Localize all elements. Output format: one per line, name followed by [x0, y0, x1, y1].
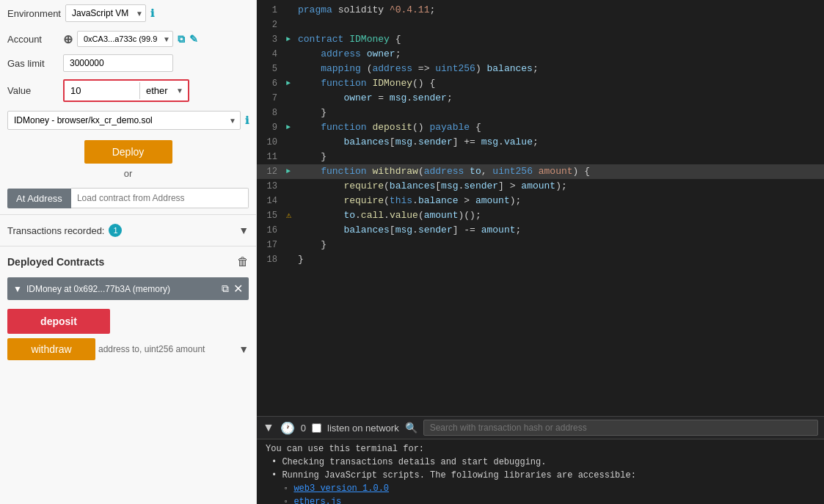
- code-line-11: 11 }: [257, 150, 824, 164]
- value-input[interactable]: [66, 82, 139, 99]
- gas-limit-input[interactable]: [63, 54, 173, 72]
- log-line-1: You can use this terminal for:: [266, 442, 815, 456]
- listen-network-label: listen on network: [327, 423, 399, 434]
- contract-info-icon[interactable]: ℹ: [245, 114, 249, 126]
- add-account-icon[interactable]: ⊕: [63, 32, 73, 46]
- code-editor: 1 pragma solidity ^0.4.11; 2 3 ► contrac…: [257, 0, 824, 416]
- ether-unit-select[interactable]: ether wei gwei finney: [140, 82, 186, 99]
- trash-icon[interactable]: 🗑: [237, 255, 249, 269]
- ethers-link[interactable]: ethers.js: [293, 497, 341, 504]
- listen-network-checkbox[interactable]: [312, 423, 321, 433]
- transactions-row: Transactions recorded: 1 ▼: [0, 218, 256, 243]
- code-line-6: 6 ► function IDMoney() {: [257, 76, 824, 91]
- account-select[interactable]: 0xCA3...a733c (99.9: [77, 31, 173, 47]
- environment-select-container: JavaScript VM Injected Web3 Web3 Provide…: [65, 4, 146, 22]
- environment-select[interactable]: JavaScript VM Injected Web3 Web3 Provide…: [65, 4, 146, 22]
- withdraw-row: withdraw address to, uint256 amount ▼: [7, 338, 249, 360]
- account-copy-icon[interactable]: ⧉: [178, 33, 185, 45]
- code-line-7: 7 owner = msg.sender;: [257, 91, 824, 106]
- contract-select-wrapper: IDMoney - browser/kx_cr_demo.sol ▼: [7, 111, 241, 130]
- code-line-4: 4 address owner;: [257, 47, 824, 62]
- log-line-2: • Checking transactions details and star…: [271, 456, 815, 469]
- code-line-12: 12 ► function withdraw(address to, uint2…: [257, 164, 824, 179]
- transactions-badge: 1: [109, 224, 122, 237]
- code-line-1: 1 pragma solidity ^0.4.11;: [257, 3, 824, 18]
- code-line-13: 13 require(balances[msg.sender] > amount…: [257, 179, 824, 194]
- deposit-button[interactable]: deposit: [7, 309, 110, 334]
- contract-instance-header: ▼ IDMoney at 0x692...77b3A (memory) ⧉ ✕: [7, 277, 249, 300]
- clock-icon[interactable]: 🕐: [280, 421, 295, 435]
- log-line-4: ◦ web3 version 1.0.0: [283, 482, 815, 495]
- at-address-row: At Address: [0, 185, 256, 211]
- code-line-15: 15 ⚠ to.call.value(amount)();: [257, 208, 824, 223]
- value-input-wrapper: ether wei gwei finney ▼: [63, 79, 189, 102]
- at-address-input[interactable]: [71, 188, 249, 208]
- ether-select-wrapper: ether wei gwei finney ▼: [139, 82, 186, 99]
- code-line-10: 10 balances[msg.sender] += msg.value;: [257, 135, 824, 150]
- deployed-contracts-label: Deployed Contracts: [7, 256, 237, 268]
- at-address-button[interactable]: At Address: [7, 189, 71, 208]
- gas-limit-label: Gas limit: [7, 58, 59, 69]
- deployed-contracts-header: Deployed Contracts 🗑: [0, 249, 256, 274]
- environment-label: Environment: [7, 8, 61, 19]
- contract-buttons: deposit withdraw address to, uint256 amo…: [0, 303, 256, 366]
- code-line-14: 14 require(this.balance > amount);: [257, 194, 824, 208]
- code-line-8: 8 }: [257, 106, 824, 120]
- code-area[interactable]: 1 pragma solidity ^0.4.11; 2 3 ► contrac…: [257, 0, 824, 416]
- deploy-section: Deploy or: [0, 134, 256, 185]
- transactions-chevron-icon[interactable]: ▼: [238, 224, 249, 236]
- instance-name-label: IDMoney at 0x692...77b3A (memory): [26, 284, 217, 294]
- environment-info-icon[interactable]: ℹ: [150, 7, 154, 19]
- instance-close-icon[interactable]: ✕: [233, 282, 243, 296]
- search-icon[interactable]: 🔍: [405, 422, 418, 434]
- bottom-toolbar: ▼ 🕐 0 listen on network 🔍: [257, 417, 824, 439]
- contract-instance: ▼ IDMoney at 0x692...77b3A (memory) ⧉ ✕: [7, 277, 249, 300]
- account-select-container: 0xCA3...a733c (99.9 ▼: [77, 31, 173, 47]
- withdraw-chevron-icon[interactable]: ▼: [238, 343, 249, 355]
- log-line-5: ◦ ethers.js: [283, 495, 815, 504]
- contract-select[interactable]: IDMoney - browser/kx_cr_demo.sol: [7, 111, 241, 130]
- value-label: Value: [7, 85, 59, 96]
- deploy-button[interactable]: Deploy: [84, 140, 172, 164]
- code-line-18: 18 }: [257, 252, 824, 267]
- account-row: Account ⊕ 0xCA3...a733c (99.9 ▼ ⧉ ✎: [0, 26, 256, 51]
- bottom-log: You can use this terminal for: • Checkin…: [257, 439, 824, 504]
- code-line-17: 17 }: [257, 238, 824, 252]
- log-count: 0: [301, 423, 306, 434]
- environment-row: Environment JavaScript VM Injected Web3 …: [0, 0, 256, 26]
- instance-chevron-icon[interactable]: ▼: [13, 284, 22, 294]
- web3-link[interactable]: web3 version 1.0.0: [293, 483, 389, 494]
- value-row: Value ether wei gwei finney ▼: [0, 75, 256, 106]
- or-label: or: [124, 168, 133, 179]
- left-panel: Environment JavaScript VM Injected Web3 …: [0, 0, 257, 504]
- code-line-9: 9 ► function deposit() payable {: [257, 120, 824, 135]
- code-line-5: 5 mapping (address => uint256) balances;: [257, 62, 824, 76]
- transactions-label: Transactions recorded:: [7, 225, 104, 236]
- withdraw-params-label: address to, uint256 amount: [98, 344, 236, 354]
- code-line-2: 2: [257, 18, 824, 32]
- account-label: Account: [7, 34, 59, 45]
- bottom-panel: ▼ 🕐 0 listen on network 🔍 You can use th…: [257, 416, 824, 504]
- account-edit-icon[interactable]: ✎: [189, 33, 198, 45]
- instance-copy-icon[interactable]: ⧉: [222, 282, 229, 295]
- contract-row: IDMoney - browser/kx_cr_demo.sol ▼ ℹ: [0, 106, 256, 134]
- gas-limit-row: Gas limit: [0, 51, 256, 75]
- log-line-3: • Running JavaScript scripts. The follow…: [271, 469, 815, 482]
- chevron-down-icon[interactable]: ▼: [263, 421, 274, 434]
- transaction-search-input[interactable]: [423, 420, 818, 436]
- code-line-3: 3 ► contract IDMoney {: [257, 32, 824, 47]
- withdraw-button[interactable]: withdraw: [7, 338, 95, 360]
- code-line-16: 16 balances[msg.sender] -= amount;: [257, 223, 824, 238]
